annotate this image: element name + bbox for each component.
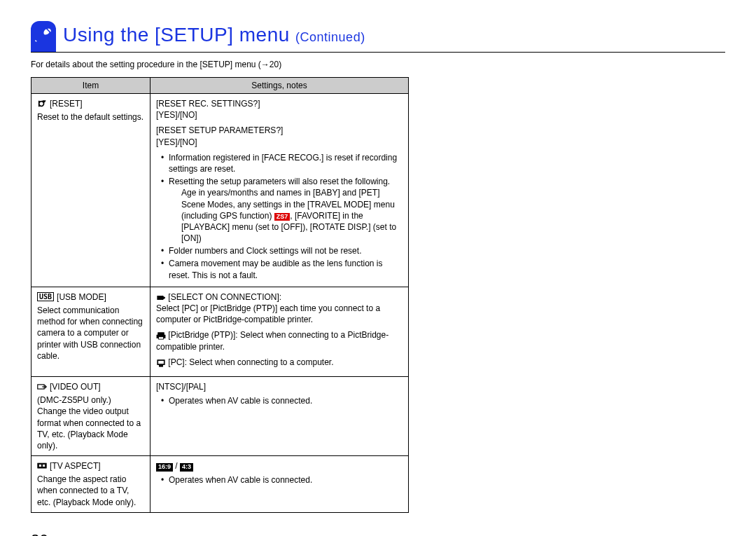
item-cell: [TV ASPECT] Change the aspect ratio when… (31, 456, 150, 513)
page-title: Using the [SETUP] menu (Continued) (59, 21, 365, 52)
note-item: Operates when AV cable is connected. (163, 395, 402, 406)
item-cell: [RESET] Reset to the default settings. (31, 94, 150, 287)
pc-icon (156, 359, 166, 367)
reset-rec-q: [RESET REC. SETTINGS?] (156, 98, 402, 109)
item-desc: Reset to the default settings. (37, 112, 144, 122)
note-item: Camera movement may be audible as the le… (163, 258, 402, 280)
page-number: 26 (31, 531, 48, 536)
reset-setup-q: [RESET SETUP PARAMETERS?] (156, 125, 402, 136)
video-out-icon (37, 383, 47, 391)
svg-rect-5 (158, 360, 164, 364)
aspect-16-9: 16:9 (156, 463, 173, 472)
svg-rect-6 (159, 365, 162, 366)
model-badge: ZS7 (274, 213, 290, 221)
svg-rect-3 (159, 337, 164, 339)
table-header-row: Item Settings, notes (31, 78, 409, 94)
table-row-usb: USB [USB MODE] Select communication meth… (31, 287, 409, 376)
option-row: [PictBridge (PTP)]: Select when connecti… (156, 329, 402, 352)
item-cell: USB [USB MODE] Select communication meth… (31, 287, 150, 376)
item-label: [USB MODE] (57, 291, 106, 303)
title-bar: Using the [SETUP] menu (Continued) (31, 21, 725, 53)
footer: 26 VQT2R20 (31, 531, 725, 536)
option-row: [PC]: Select when connecting to a comput… (156, 357, 402, 368)
notes-cell: [NTSC]/[PAL] Operates when AV cable is c… (150, 376, 409, 455)
item-desc: Select communication method for when con… (37, 305, 143, 361)
table-row-tvaspect: [TV ASPECT] Change the aspect ratio when… (31, 456, 409, 513)
item-label: [RESET] (50, 98, 83, 109)
notes-list: Operates when AV cable is connected. (156, 395, 402, 406)
wrench-icon (34, 26, 52, 44)
tv-aspect-icon (37, 462, 47, 470)
note-item: Operates when AV cable is connected. (163, 474, 402, 486)
notes-cell: [SELECT ON CONNECTION]: Select [PC] or [… (150, 287, 409, 376)
title-sub: (Continued) (295, 30, 365, 44)
svg-rect-10 (43, 465, 46, 467)
aspect-options: 16:9 / 4:3 (156, 460, 402, 472)
option-row: [SELECT ON CONNECTION]: Select [PC] or [… (156, 291, 402, 326)
aspect-sep: / (173, 461, 180, 471)
notes-cell: 16:9 / 4:3 Operates when AV cable is con… (150, 456, 409, 513)
notes-cell: [RESET REC. SETTINGS?] [YES]/[NO] [RESET… (150, 94, 409, 287)
printer-icon (156, 331, 166, 340)
intro-text: For details about the setting procedure … (31, 60, 725, 69)
svg-rect-0 (158, 296, 163, 299)
header-notes: Settings, notes (150, 78, 409, 94)
item-label: [VIDEO OUT] (50, 381, 101, 392)
note-item: Folder numbers and Clock settings will n… (163, 245, 402, 256)
page: Using the [SETUP] menu (Continued) For d… (0, 0, 756, 536)
note-item: Resetting the setup parameters will also… (163, 176, 402, 244)
opt-label: [PC]: (168, 357, 187, 367)
item-label: [TV ASPECT] (50, 460, 101, 472)
table-row-videoout: [VIDEO OUT] (DMC-ZS5PU only.) Change the… (31, 376, 409, 455)
svg-rect-9 (38, 465, 41, 467)
reset-rec-opts: [YES]/[NO] (156, 109, 402, 121)
opts: [NTSC]/[PAL] (156, 381, 402, 392)
opt-text: Select [PC] or [PictBridge (PTP)] each t… (156, 303, 380, 324)
reset-setup-opts: [YES]/[NO] (156, 137, 402, 148)
notes-list: Operates when AV cable is connected. (156, 474, 402, 486)
aspect-4-3: 4:3 (180, 463, 193, 472)
item-cell: [VIDEO OUT] (DMC-ZS5PU only.) Change the… (31, 376, 150, 455)
reset-icon (37, 99, 47, 108)
header-item: Item (31, 78, 150, 94)
title-main: Using the [SETUP] menu (63, 24, 295, 46)
connection-icon (156, 294, 166, 302)
note-item: Information registered in [FACE RECOG.] … (163, 152, 402, 174)
usb-icon: USB (37, 292, 54, 301)
opt-text: Select when connecting to a computer. (187, 357, 333, 367)
notes-list: Information registered in [FACE RECOG.] … (156, 152, 402, 281)
title-tab (31, 21, 56, 52)
item-desc: (DMC-ZS5PU only.) Change the video outpu… (37, 395, 141, 451)
table-row-reset: [RESET] Reset to the default settings. [… (31, 94, 409, 287)
opt-label: [PictBridge (PTP)]: (168, 330, 237, 340)
svg-rect-1 (158, 333, 164, 335)
item-desc: Change the aspect ratio when connected t… (37, 474, 136, 507)
settings-table: Item Settings, notes [RESET] Reset to th… (31, 77, 409, 513)
opt-label: [SELECT ON CONNECTION]: (168, 292, 281, 302)
